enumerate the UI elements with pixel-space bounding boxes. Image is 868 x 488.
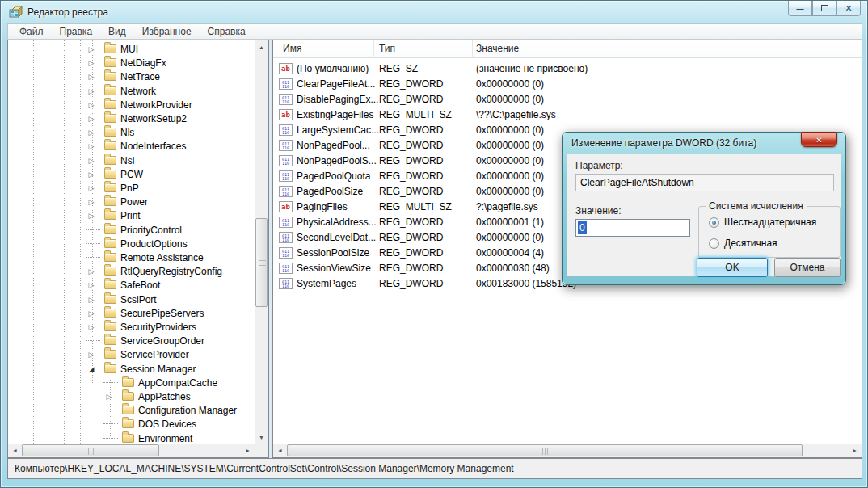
tree-item-label[interactable]: Session Manager (120, 364, 196, 375)
tree-item-label[interactable]: Network (120, 86, 156, 97)
expand-arrow-icon[interactable]: ▷ (86, 86, 97, 96)
tree-hscroll-thumb[interactable] (22, 444, 159, 456)
expand-arrow-icon[interactable]: ▷ (86, 350, 97, 360)
expand-arrow-icon[interactable]: ▷ (86, 141, 97, 151)
tree-item-label[interactable]: PCW (120, 169, 143, 180)
menu-favorites[interactable]: Избранное (134, 24, 200, 39)
close-button[interactable] (836, 1, 861, 16)
tree-item-label[interactable]: AppPatches (138, 391, 191, 402)
scroll-up-icon[interactable]: ▲ (255, 40, 268, 54)
radio-decimal[interactable]: Десятичная (709, 238, 777, 249)
cancel-button[interactable]: Отмена (774, 258, 841, 277)
tree-item-label[interactable]: ScsiPort (120, 294, 157, 305)
expand-arrow-icon[interactable]: ▷ (103, 392, 115, 402)
tree-item[interactable]: ▷Nsi (8, 154, 268, 167)
tree-item[interactable]: ▷ServiceProvider (8, 347, 268, 361)
tree-vscroll-thumb[interactable] (255, 218, 268, 307)
expand-arrow-icon[interactable]: ▷ (86, 170, 97, 179)
scroll-left-icon[interactable]: ◄ (273, 444, 287, 457)
expand-arrow-icon[interactable]: ▷ (86, 44, 97, 54)
tree-item-label[interactable]: Power (120, 196, 148, 208)
registry-value-row[interactable]: (По умолчанию)REG_SZ(значение не присвое… (273, 61, 862, 77)
column-separator[interactable] (373, 40, 374, 58)
expand-arrow-icon[interactable]: ▷ (86, 267, 97, 276)
tree-item-label[interactable]: RtlQueryRegistryConfig (120, 266, 222, 277)
tree-item[interactable]: ▷Power (8, 195, 268, 208)
tree-horizontal-scrollbar[interactable]: ◄ ► (8, 444, 255, 457)
expand-arrow-icon[interactable]: ▷ (86, 197, 97, 207)
scroll-left-icon[interactable]: ◄ (8, 444, 22, 457)
menu-view[interactable]: Вид (100, 24, 134, 39)
tree-item-label[interactable]: SecurityProviders (120, 322, 196, 333)
column-header-name[interactable]: Имя (283, 40, 301, 58)
tree-item[interactable]: ServiceGroupOrder (8, 334, 268, 347)
column-header-value[interactable]: Значение (476, 40, 519, 58)
list-horizontal-scrollbar[interactable]: ◄ ► (273, 444, 862, 457)
minimize-button[interactable] (788, 1, 812, 16)
tree-item-label[interactable]: Remote Assistance (120, 252, 204, 263)
registry-value-row[interactable]: DisablePagingEx...REG_DWORD0x00000000 (0… (273, 92, 862, 107)
menu-file[interactable]: Файл (11, 24, 52, 39)
expand-arrow-icon[interactable]: ▷ (86, 58, 97, 68)
list-hscroll-thumb[interactable] (287, 444, 803, 456)
tree-item[interactable]: Configuration Manager (8, 403, 268, 417)
tree-item-label[interactable]: Configuration Manager (138, 405, 237, 416)
restore-button[interactable] (812, 1, 836, 16)
tree-item[interactable]: ▷AppPatches (8, 389, 268, 403)
tree-item[interactable]: ▷NetDiagFx (8, 56, 268, 69)
tree-item[interactable]: ▷NodeInterfaces (8, 139, 268, 153)
tree-item[interactable]: ▷PnP (8, 181, 268, 195)
expand-arrow-icon[interactable]: ▷ (86, 309, 97, 318)
expand-arrow-icon[interactable]: ▷ (86, 100, 97, 110)
scroll-down-icon[interactable]: ▼ (255, 431, 268, 444)
expand-arrow-icon[interactable]: ▷ (86, 156, 97, 166)
tree-item[interactable]: ProductOptions (8, 237, 268, 250)
scroll-right-icon[interactable]: ► (848, 444, 862, 457)
tree-item-label[interactable]: Environment (138, 433, 192, 444)
tree-item[interactable]: ▷RtlQueryRegistryConfig (8, 264, 268, 278)
expand-arrow-icon[interactable]: ▷ (86, 322, 97, 332)
tree-item-label[interactable]: NetworkSetup2 (120, 113, 187, 124)
tree-item[interactable]: ▷SafeBoot (8, 278, 268, 292)
tree-item-label[interactable]: ServiceProvider (120, 349, 189, 360)
tree-item[interactable]: PriorityControl (8, 223, 268, 237)
tree-item-label[interactable]: SecurePipeServers (120, 308, 204, 319)
tree-item-label[interactable]: NetTrace (120, 71, 160, 82)
dialog-close-button[interactable] (801, 132, 837, 147)
menu-help[interactable]: Справка (200, 24, 254, 39)
tree-item[interactable]: ▷NetTrace (8, 69, 268, 83)
tree-item-label[interactable]: DOS Devices (138, 419, 196, 430)
tree-item-label[interactable]: NetDiagFx (120, 57, 166, 69)
tree-item[interactable]: ◢Session Manager (8, 362, 268, 376)
tree-item[interactable]: ▷SecurityProviders (8, 320, 268, 334)
tree-item-label[interactable]: Nsi (120, 155, 134, 166)
tree-item-label[interactable]: ServiceGroupOrder (120, 335, 204, 347)
scroll-right-icon[interactable]: ► (241, 444, 255, 457)
tree-vertical-scrollbar[interactable]: ▲ ▼ (255, 40, 268, 444)
menu-edit[interactable]: Правка (52, 24, 101, 39)
ok-button[interactable]: OK (697, 258, 768, 277)
tree-item[interactable]: ▷Print (8, 208, 268, 222)
tree-item-label[interactable]: NetworkProvider (120, 99, 192, 111)
column-header-type[interactable]: Тип (379, 40, 395, 58)
registry-value-row[interactable]: ClearPageFileAt...REG_DWORD0x00000000 (0… (273, 77, 862, 92)
tree-item-label[interactable]: Print (120, 210, 141, 221)
tree-item[interactable]: ▷MUI (8, 42, 268, 56)
tree-item-label[interactable]: ProductOptions (120, 238, 188, 250)
expand-arrow-icon[interactable]: ▷ (86, 183, 97, 193)
tree-item-label[interactable]: PriorityControl (120, 225, 182, 236)
expand-arrow-icon[interactable]: ▷ (86, 211, 97, 221)
registry-value-row[interactable]: ExistingPageFilesREG_MULTI_SZ\??\C:\page… (273, 107, 862, 123)
tree-item[interactable]: ▷Network (8, 84, 268, 98)
tree-item[interactable]: DOS Devices (8, 417, 268, 431)
tree-item[interactable]: AppCompatCache (8, 376, 268, 389)
tree-item-label[interactable]: MUI (120, 44, 138, 55)
tree-item[interactable]: ▷NetworkProvider (8, 98, 268, 111)
tree-item[interactable]: ▷ScsiPort (8, 292, 268, 306)
expand-arrow-icon[interactable]: ▷ (86, 128, 97, 137)
radio-hexadecimal[interactable]: Шестнадцатеричная (709, 217, 816, 228)
collapse-arrow-icon[interactable]: ◢ (86, 364, 97, 374)
tree-item-label[interactable]: SafeBoot (120, 280, 160, 291)
tree-item[interactable]: Remote Assistance (8, 250, 268, 264)
expand-arrow-icon[interactable]: ▷ (86, 280, 97, 290)
